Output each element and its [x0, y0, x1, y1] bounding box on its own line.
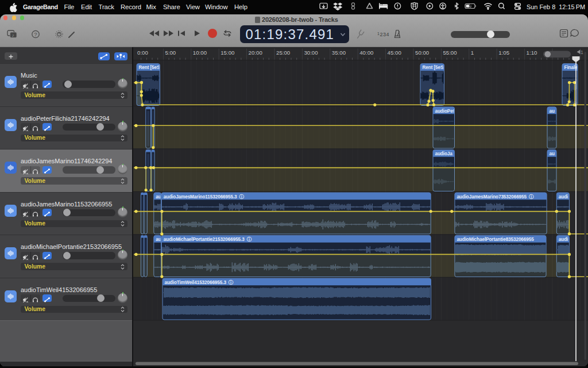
svg-text:10:00: 10:00: [193, 49, 207, 56]
svg-text:audioTimWeil41532066955.3 ⓘ: audioTimWeil41532066955.3 ⓘ: [165, 279, 234, 285]
svg-text:audioJa: audioJa: [435, 151, 453, 156]
svg-text:au: au: [156, 237, 161, 242]
svg-text:35:00: 35:00: [332, 49, 346, 56]
svg-text:au: au: [550, 109, 555, 114]
svg-text:♪: ♪: [12, 33, 14, 38]
svg-text:audioPet: audioPet: [435, 109, 455, 114]
svg-text:40:00: 40:00: [359, 49, 374, 56]
svg-text:1: 1: [581, 49, 583, 55]
svg-text:audioJamesMarino73532066955 ⓘ: audioJamesMarino73532066955 ⓘ: [457, 194, 534, 200]
svg-text:Rent [5eS: Rent [5eS: [423, 65, 444, 70]
svg-text:audioMichaelPortantie215320669: audioMichaelPortantie21532066955.3 ⓘ: [164, 236, 252, 242]
svg-text:15:00: 15:00: [220, 49, 235, 56]
svg-text:1: 1: [471, 49, 474, 56]
svg-text:audi: audi: [559, 237, 568, 242]
svg-text:audi: audi: [559, 194, 568, 200]
svg-text:25:00: 25:00: [276, 49, 291, 56]
svg-text:55:00: 55:00: [443, 49, 457, 56]
svg-text:1:05: 1:05: [498, 49, 509, 56]
svg-text:audioMichaelPortantie835320669: audioMichaelPortantie83532066955: [457, 237, 534, 242]
svg-text:?: ?: [34, 31, 37, 37]
svg-text:au: au: [550, 151, 555, 156]
svg-text:50:00: 50:00: [415, 49, 430, 56]
svg-text:45:00: 45:00: [388, 49, 402, 56]
svg-text:0:00: 0:00: [137, 49, 148, 56]
svg-text:20:00: 20:00: [249, 49, 263, 56]
svg-text:Rent [5eS: Rent [5eS: [139, 65, 161, 70]
svg-text:audioJamesMarino11532066955.3: audioJamesMarino11532066955.3 ⓘ: [164, 194, 245, 200]
svg-text:1:10: 1:10: [527, 49, 537, 56]
svg-text:5:00: 5:00: [165, 49, 176, 56]
svg-text:au: au: [156, 194, 161, 200]
svg-text:30:00: 30:00: [304, 49, 318, 56]
